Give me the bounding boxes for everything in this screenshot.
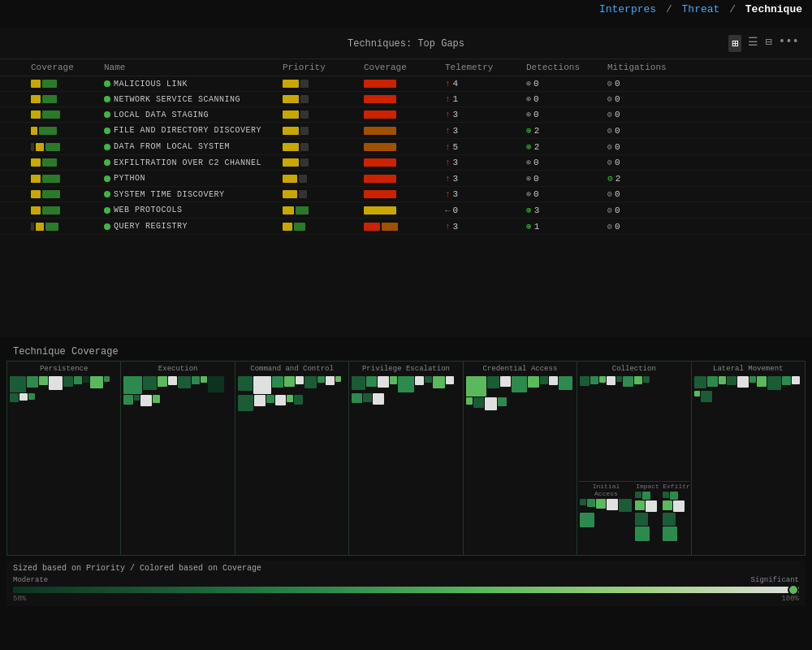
bar-segment (42, 175, 60, 183)
coverage-tile (540, 376, 548, 384)
col-coverage-left: Coverage (31, 63, 104, 72)
table-header: Coverage Name Priority Coverage Telemetr… (0, 59, 812, 76)
gear-icon: ⚙ (607, 173, 613, 184)
gradient-dot (788, 584, 799, 596)
technique-name: FILE AND DIRECTORY DISCOVERY (104, 126, 283, 135)
coverage-tile (352, 393, 362, 404)
status-dot (104, 191, 110, 197)
bar-segment (364, 110, 396, 119)
coverage-tile (767, 376, 781, 390)
table-row[interactable]: WEB PROTOCOLS ←0 ⊛3 ⚙0 (0, 202, 812, 219)
top-panel: Techniques: Top Gaps ⊞ ☰ ⊟ ••• Coverage … (0, 28, 812, 337)
telemetry-value: ↑3 (445, 126, 526, 136)
tactic-column: Credential Access (464, 362, 577, 555)
coverage-tile (19, 393, 28, 401)
bar-segment (364, 143, 396, 151)
coverage-tile (749, 376, 756, 383)
table-row[interactable]: PYTHON ↑3 ⊛0 ⚙2 (0, 171, 812, 187)
coverage-bar (364, 206, 445, 214)
coverage-title: Technique Coverage (0, 340, 812, 361)
detections-value: ⊛1 (526, 221, 607, 232)
legend-container: Sized based on Priority / Colored based … (6, 561, 806, 606)
coverage-tile (83, 376, 89, 383)
bar-segment (42, 206, 60, 214)
table-row[interactable]: DATA FROM LOCAL SYSTEM ↑5 ⊛2 ⚙0 (0, 139, 812, 155)
bar-segment (283, 175, 297, 183)
telemetry-value: ↑3 (445, 189, 526, 199)
detections-value: ⊛0 (526, 158, 607, 167)
mitigations-value: ⚙0 (607, 110, 689, 119)
coverage-tile (178, 376, 190, 388)
sub-section: Impact (634, 481, 661, 549)
table-row[interactable]: SYSTEM TIME DISCOVERY ↑3 ⊛0 ⚙0 (0, 187, 812, 202)
breadcrumb-interpres[interactable]: Interpres (599, 3, 656, 15)
priority-bar (283, 206, 364, 214)
gear-icon: ⚙ (607, 222, 612, 232)
coverage-tile (623, 376, 633, 387)
status-dot (104, 80, 110, 87)
coverage-tile (580, 499, 586, 505)
pct-labels: 50% 100% (13, 595, 799, 603)
coverage-bar (364, 127, 445, 135)
mitigations-value: ⚙0 (607, 142, 689, 152)
priority-bar (283, 80, 364, 88)
shield-icon: ⊛ (526, 221, 532, 232)
bar-segment (299, 190, 307, 198)
status-dot (104, 159, 110, 166)
table-row[interactable]: LOCAL DATA STAGING ↑3 ⊛0 ⚙0 (0, 107, 812, 123)
coverage-tile (326, 376, 335, 385)
coverage-tile (304, 376, 317, 388)
status-dot (104, 96, 110, 102)
gear-icon: ⚙ (607, 206, 612, 215)
coverage-tile (317, 376, 324, 383)
detections-value: ⊛2 (526, 141, 607, 152)
table-row[interactable]: QUERY REGISTRY ↑3 ⊛1 ⚙0 (0, 219, 812, 235)
bar-segment (42, 80, 57, 88)
coverage-tile (123, 376, 141, 394)
table-row[interactable]: NETWORK SERVICE SCANNING ↑1 ⊛0 ⚙0 (0, 92, 812, 107)
tactic-tiles (123, 375, 232, 407)
coverage-bar (364, 95, 445, 103)
coverage-tile (373, 393, 384, 405)
left-coverage-bar (31, 127, 104, 135)
coverage-tile (140, 395, 152, 406)
technique-name: LOCAL DATA STAGING (104, 110, 283, 119)
table-row[interactable]: MALICIOUS LINK ↑4 ⊛0 ⚙0 (0, 76, 812, 92)
more-options-button[interactable]: ••• (779, 35, 799, 52)
coverage-tile (590, 376, 598, 384)
table-row[interactable]: EXFILTRATION OVER C2 CHANNEL ↑3 ⊛0 ⚙0 (0, 155, 812, 171)
coverage-tile (580, 376, 590, 386)
panel-title: Techniques: Top Gaps (348, 38, 464, 50)
shield-icon: ⊛ (526, 205, 532, 215)
breadcrumb-threat[interactable]: Threat (682, 3, 720, 15)
coverage-tile (254, 395, 266, 406)
mitigations-value: ⚙0 (607, 189, 689, 199)
telemetry-arrow: ↑ (445, 222, 451, 232)
bar-segment (31, 190, 41, 198)
left-coverage-bar (31, 80, 104, 88)
table-view-button[interactable]: ⊟ (765, 35, 771, 52)
table-row[interactable]: FILE AND DIRECTORY DISCOVERY ↑3 ⊛2 ⚙0 (0, 123, 812, 139)
col-detections: Detections (526, 63, 607, 72)
detections-value: ⊛0 (526, 94, 607, 104)
bar-segment (300, 110, 309, 119)
legend-significant: Significant (751, 576, 799, 584)
grid-view-button[interactable]: ⊞ (728, 35, 741, 52)
bar-segment (300, 158, 309, 167)
list-view-button[interactable]: ☰ (748, 35, 758, 52)
coverage-tile (701, 391, 712, 402)
gradient-bar (13, 587, 799, 593)
technique-name: NETWORK SERVICE SCANNING (104, 95, 283, 104)
bar-segment (300, 143, 309, 151)
coverage-tile (635, 500, 645, 510)
bar-segment (364, 127, 396, 135)
coverage-tile (49, 376, 63, 390)
status-dot (104, 223, 110, 230)
bar-segment (283, 127, 299, 135)
coverage-tile (201, 376, 207, 383)
bar-segment (283, 158, 299, 167)
coverage-tile (642, 492, 650, 500)
sub-tiles (634, 491, 661, 542)
breadcrumb-sep-2: / (729, 3, 736, 15)
tactic-label: Collection (579, 363, 689, 375)
